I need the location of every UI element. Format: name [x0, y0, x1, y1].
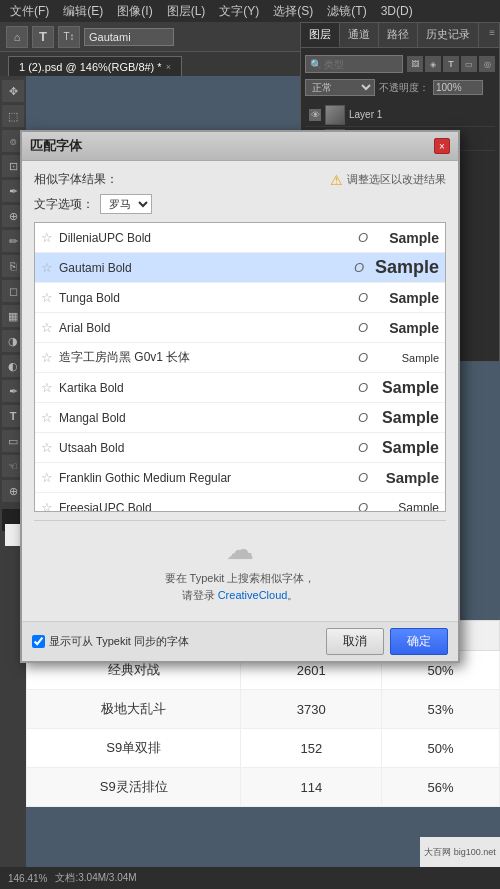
ps-statusbar: 146.41% 文档:3.04M/3.04M — [0, 867, 500, 889]
font-name-label: Franklin Gothic Medium Regular — [59, 471, 357, 485]
panel-tab-layers[interactable]: 图层 — [301, 23, 340, 47]
cell-type: S9单双排 — [27, 729, 241, 768]
layer-type-filter-icon[interactable]: 🖼 — [407, 56, 423, 72]
tab-label: 1 (2).psd @ 146%(RGB/8#) * — [19, 61, 162, 73]
watermark-area: 大百网 big100.net — [420, 837, 500, 867]
font-name-input[interactable] — [84, 28, 174, 46]
layer-visibility-icon[interactable]: 👁 — [309, 109, 321, 121]
font-sample-preview: Sample — [379, 379, 439, 397]
layer-search-input[interactable] — [324, 59, 398, 70]
text-options-label: 文字选项： — [34, 196, 94, 213]
layer-smart-filter-icon[interactable]: ◎ — [479, 56, 495, 72]
font-star-icon[interactable]: ☆ — [41, 260, 53, 275]
font-star-icon[interactable]: ☆ — [41, 470, 53, 485]
font-list-item[interactable]: ☆DilleniaUPC BoldOSample — [35, 223, 445, 253]
menu-image[interactable]: 图像(I) — [111, 1, 158, 22]
menu-3d[interactable]: 3D(D) — [375, 2, 419, 20]
document-tab[interactable]: 1 (2).psd @ 146%(RGB/8#) * × — [8, 56, 182, 76]
dialog-titlebar: 匹配字体 × — [22, 132, 458, 161]
text-tool-icon[interactable]: T — [32, 26, 54, 48]
font-list-item[interactable]: ☆Utsaah BoldOSample — [35, 433, 445, 463]
table-row: 极地大乱斗373053% — [27, 690, 500, 729]
dialog-close-button[interactable]: × — [434, 138, 450, 154]
layer-thumbnail — [325, 105, 345, 125]
text-style-icon[interactable]: T↕ — [58, 26, 80, 48]
font-star-icon[interactable]: ☆ — [41, 290, 53, 305]
panel-menu-btn[interactable]: ≡ — [485, 23, 499, 47]
panel-search-row: 🔍 🖼 ◈ T ▭ ◎ — [305, 52, 495, 76]
menu-edit[interactable]: 编辑(E) — [57, 1, 109, 22]
cancel-button[interactable]: 取消 — [326, 628, 384, 655]
move-tool-icon[interactable]: ✥ — [2, 80, 24, 102]
cell-games: 152 — [241, 729, 382, 768]
font-name-label: Mangal Bold — [59, 411, 357, 425]
font-list-item[interactable]: ☆造字工房尚黑 G0v1 长体OSample — [35, 343, 445, 373]
font-list[interactable]: ☆DilleniaUPC BoldOSample☆Gautami BoldOSa… — [34, 222, 446, 512]
typekit-sync-checkbox[interactable] — [32, 635, 45, 648]
panel-tab-channels[interactable]: 通道 — [340, 23, 379, 47]
menu-layer[interactable]: 图层(L) — [161, 1, 212, 22]
opacity-label: 不透明度： — [379, 81, 429, 95]
font-star-icon[interactable]: ☆ — [41, 440, 53, 455]
menu-file[interactable]: 文件(F) — [4, 1, 55, 22]
text-options-select[interactable]: 罗马 — [100, 194, 152, 214]
font-sample-preview: Sample — [379, 230, 439, 246]
dialog-header: 相似字体结果： ⚠ 调整选区以改进结果 — [34, 171, 446, 188]
cell-games: 114 — [241, 768, 382, 807]
font-star-icon[interactable]: ☆ — [41, 410, 53, 425]
font-sample-preview: Sample — [379, 290, 439, 306]
font-style-icon: O — [357, 440, 369, 455]
font-name-label: 造字工房尚黑 G0v1 长体 — [59, 349, 357, 366]
typekit-creative-cloud-link[interactable]: CreativeCloud — [218, 589, 288, 601]
panel-tab-history[interactable]: 历史记录 — [418, 23, 479, 47]
font-sample-preview: Sample — [379, 409, 439, 427]
font-star-icon[interactable]: ☆ — [41, 380, 53, 395]
layer-adjust-icon[interactable]: ◈ — [425, 56, 441, 72]
panel-tab-paths[interactable]: 路径 — [379, 23, 418, 47]
font-list-item[interactable]: ☆Arial BoldOSample — [35, 313, 445, 343]
layer-search-box[interactable]: 🔍 — [305, 55, 403, 73]
home-icon[interactable]: ⌂ — [6, 26, 28, 48]
font-list-item[interactable]: ☆Franklin Gothic Medium RegularOSample — [35, 463, 445, 493]
layer-shape-filter-icon[interactable]: ▭ — [461, 56, 477, 72]
font-style-icon: O — [357, 230, 369, 245]
ok-button[interactable]: 确定 — [390, 628, 448, 655]
dialog-title: 匹配字体 — [30, 137, 82, 155]
blend-mode-row: 正常 不透明度： — [305, 76, 495, 99]
font-sample-preview: Sample — [379, 501, 439, 513]
font-star-icon[interactable]: ☆ — [41, 500, 53, 512]
typekit-text-line1: 要在 Typekit 上搜索相似字体， — [34, 570, 446, 587]
table-row: S9单双排15250% — [27, 729, 500, 768]
font-name-label: Kartika Bold — [59, 381, 357, 395]
layer-text-filter-icon[interactable]: T — [443, 56, 459, 72]
blend-mode-select[interactable]: 正常 — [305, 79, 375, 96]
font-name-label: DilleniaUPC Bold — [59, 231, 357, 245]
font-list-item[interactable]: ☆Tunga BoldOSample — [35, 283, 445, 313]
font-star-icon[interactable]: ☆ — [41, 230, 53, 245]
menu-filter[interactable]: 滤镜(T) — [321, 1, 372, 22]
font-list-item[interactable]: ☆FreesiaUPC BoldOSample — [35, 493, 445, 512]
doc-size: 文档:3.04M/3.04M — [55, 871, 136, 885]
typekit-sync-label: 显示可从 Typekit 同步的字体 — [49, 634, 189, 649]
cell-games: 3730 — [241, 690, 382, 729]
font-list-item[interactable]: ☆Gautami BoldOSample — [35, 253, 445, 283]
panel-icon-group: 🖼 ◈ T ▭ ◎ — [407, 56, 495, 72]
font-star-icon[interactable]: ☆ — [41, 350, 53, 365]
typekit-cloud-icon: ☁ — [34, 533, 446, 566]
menu-select[interactable]: 选择(S) — [267, 1, 319, 22]
cell-type: S9灵活排位 — [27, 768, 241, 807]
font-star-icon[interactable]: ☆ — [41, 320, 53, 335]
font-list-item[interactable]: ☆Kartika BoldOSample — [35, 373, 445, 403]
menu-text[interactable]: 文字(Y) — [213, 1, 265, 22]
tab-close-btn[interactable]: × — [166, 62, 171, 72]
font-style-icon: O — [357, 320, 369, 335]
opacity-input[interactable] — [433, 80, 483, 95]
select-tool-icon[interactable]: ⬚ — [2, 105, 24, 127]
font-style-icon: O — [357, 380, 369, 395]
font-list-item[interactable]: ☆Mangal BoldOSample — [35, 403, 445, 433]
dialog-header-left: 相似字体结果： — [34, 171, 118, 188]
dialog-body: 相似字体结果： ⚠ 调整选区以改进结果 文字选项： 罗马 ☆DilleniaUP… — [22, 161, 458, 621]
cell-winrate: 53% — [382, 690, 500, 729]
typekit-text-line2: 请登录 CreativeCloud。 — [34, 587, 446, 604]
layer-item[interactable]: 👁 Layer 1 — [305, 103, 495, 127]
